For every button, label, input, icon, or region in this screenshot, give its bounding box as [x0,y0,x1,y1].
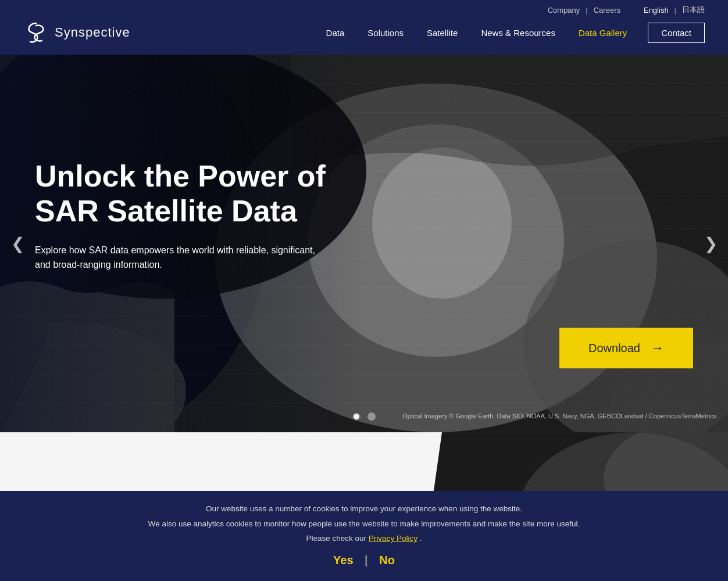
hero-next-button[interactable]: ❯ [699,232,722,255]
site-header: Company | Careers English | 日本語 Synspect… [0,0,728,55]
nav-links: Data Solutions Satellite News & Resource… [315,23,705,43]
top-bar-divider2: | [675,6,676,15]
privacy-policy-link[interactable]: Privacy Policy [369,534,417,543]
hero-section: ❮ ❯ Unlock the Power of SAR Satellite Da… [0,55,728,432]
hero-prev-button[interactable]: ❮ [6,232,29,255]
download-arrow-icon: → [651,340,664,356]
main-nav: Synspective Data Solutions Satellite New… [0,20,728,55]
careers-link[interactable]: Careers [594,6,620,15]
carousel-dots [352,413,376,421]
svg-point-5 [372,148,512,299]
download-label: Download [588,342,640,355]
carousel-dot-1[interactable] [352,413,361,421]
company-link[interactable]: Company [548,6,580,15]
svg-point-2 [0,322,186,432]
hero-title: Unlock the Power of SAR Satellite Data [35,159,384,229]
carousel-dot-2[interactable] [367,413,376,421]
hero-content: Unlock the Power of SAR Satellite Data E… [35,159,384,272]
lang-japanese[interactable]: 日本語 [682,5,705,15]
top-bar-divider1: | [586,6,587,15]
download-button[interactable]: Download → [559,328,693,368]
logo-text: Synspective [55,25,130,40]
optical-credit: Optical Imagery © Google Earth: Data SIO… [402,413,716,419]
nav-data[interactable]: Data [315,28,356,38]
nav-contact-button[interactable]: Contact [648,23,705,43]
top-bar: Company | Careers English | 日本語 [0,0,728,20]
nav-data-gallery[interactable]: Data Gallery [567,28,638,38]
download-btn-container: Download → [559,328,693,368]
nav-satellite[interactable]: Satellite [415,28,469,38]
nav-solutions[interactable]: Solutions [356,28,415,38]
synspective-logo-icon [23,20,49,45]
cookie-line2: We also use analytics cookies to monitor… [23,518,705,530]
lang-english[interactable]: English [644,6,669,15]
logo-link[interactable]: Synspective [23,20,130,45]
cookie-line3: Please check our Privacy Policy . [23,532,705,545]
nav-news-resources[interactable]: News & Resources [469,28,567,38]
hero-subtitle: Explore how SAR data empowers the world … [35,243,326,272]
cookie-line1: Our website uses a number of cookies to … [23,503,705,515]
cookie-banner: Our website uses a number of cookies to … [0,491,728,548]
